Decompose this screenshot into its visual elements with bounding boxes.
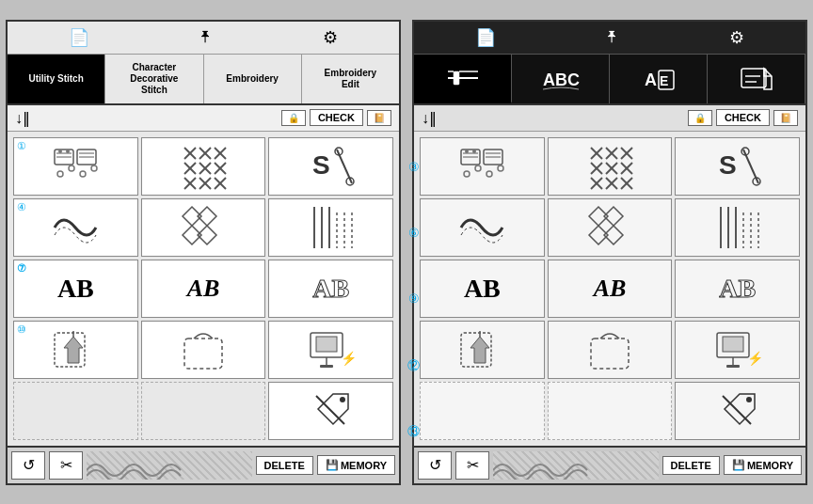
stitch-cell-6[interactable] bbox=[268, 198, 393, 257]
right-lock-button[interactable]: 🔒 bbox=[688, 110, 712, 126]
right-stitch-icon-6 bbox=[713, 203, 762, 252]
book-button[interactable]: 📔 bbox=[367, 110, 391, 126]
right-stitch-cell-5[interactable] bbox=[548, 198, 673, 257]
svg-point-72 bbox=[472, 150, 476, 153]
svg-rect-58 bbox=[454, 71, 459, 85]
document-icon[interactable]: 📄 bbox=[61, 25, 97, 50]
stitch-cell-11[interactable] bbox=[141, 321, 266, 379]
right-letter-ab-italic: AB bbox=[594, 275, 627, 303]
stitch-cell-9[interactable]: AB bbox=[268, 260, 393, 318]
stitch-cell-2[interactable] bbox=[141, 137, 266, 196]
svg-text:⚡: ⚡ bbox=[341, 351, 356, 367]
stitch-cell-1[interactable]: ① bbox=[13, 137, 138, 196]
right-stitch-icon-1 bbox=[457, 142, 506, 191]
stitch-icon-3: S bbox=[307, 142, 356, 191]
right-stitch-cell-9[interactable]: AB bbox=[675, 260, 800, 318]
right-stitch-grid: S bbox=[420, 137, 800, 440]
right-toolbar: ↓‖ 🔒 CHECK 📔 bbox=[414, 105, 805, 132]
undo-button[interactable]: ↺ bbox=[11, 451, 45, 480]
right-check-button[interactable]: CHECK bbox=[716, 109, 770, 126]
right-letter-ab-outline: AB bbox=[719, 274, 756, 304]
stitch-pattern-area bbox=[87, 451, 252, 480]
svg-point-78 bbox=[486, 171, 492, 177]
right-stitch-cell-empty-1 bbox=[420, 382, 545, 440]
right-delete-button[interactable]: DELETE bbox=[662, 456, 720, 475]
tab-embroidery[interactable]: Embroidery bbox=[204, 55, 302, 103]
stitch-cell-10[interactable]: ⑩ bbox=[13, 321, 138, 379]
stitch-cell-5[interactable] bbox=[141, 198, 266, 257]
stitch-icon-13 bbox=[307, 386, 356, 435]
svg-point-3 bbox=[58, 150, 62, 153]
stitch-icon-6 bbox=[307, 203, 356, 252]
right-stitch-cell-8[interactable]: AB bbox=[548, 260, 673, 318]
scissor-button[interactable]: ✂ bbox=[49, 451, 83, 480]
right-stitch-icon-2 bbox=[585, 142, 634, 191]
memory-button[interactable]: 💾 MEMORY bbox=[317, 455, 395, 475]
tab-utility[interactable]: Utility Stitch bbox=[8, 55, 105, 103]
right-stitch-pattern-area bbox=[493, 451, 659, 480]
right-book-button[interactable]: 📔 bbox=[773, 110, 798, 126]
svg-text:A: A bbox=[645, 71, 657, 89]
right-memory-button[interactable]: 💾 MEMORY bbox=[724, 455, 802, 475]
right-scissor-button[interactable]: ✂ bbox=[455, 451, 489, 480]
right-tab-edit[interactable] bbox=[708, 55, 805, 103]
right-stitch-cell-3[interactable]: S bbox=[675, 137, 800, 196]
right-bottom-bar: ↺ ✂ DELETE 💾 MEMORY bbox=[414, 446, 805, 483]
right-stitch-cell-11[interactable] bbox=[548, 321, 673, 379]
tab-character[interactable]: CharacterDecorativeStitch bbox=[105, 55, 203, 103]
right-document-icon[interactable]: 📄 bbox=[468, 25, 503, 50]
svg-rect-49 bbox=[184, 339, 222, 369]
right-stitch-icon-10 bbox=[457, 325, 506, 374]
right-stitch-icon-4 bbox=[457, 203, 506, 252]
right-stitch-cell-10[interactable] bbox=[420, 321, 545, 379]
annotation-3: ③ bbox=[408, 160, 420, 174]
memory-icon: 💾 bbox=[326, 459, 339, 471]
right-stitch-cell-2[interactable] bbox=[548, 137, 673, 196]
right-tab-embroidery[interactable]: A E bbox=[610, 55, 708, 103]
right-memory-icon: 💾 bbox=[732, 459, 745, 471]
right-stitch-lines bbox=[493, 451, 659, 480]
stitch-cell-3[interactable]: S bbox=[268, 137, 393, 196]
tab-embroidery-edit[interactable]: EmbroideryEdit bbox=[302, 55, 399, 103]
settings-icon[interactable]: ⚙ bbox=[315, 25, 345, 50]
stitch-cell-4[interactable]: ④ bbox=[13, 198, 138, 257]
lock-icon: 🔒 bbox=[288, 113, 299, 123]
right-sewing-icon[interactable]: 🖈 bbox=[597, 25, 629, 50]
stitch-cell-13[interactable] bbox=[268, 382, 393, 440]
svg-text:ABC: ABC bbox=[543, 71, 580, 89]
svg-point-9 bbox=[69, 165, 74, 171]
stitch-cell-12[interactable]: ⚡ bbox=[268, 321, 393, 379]
svg-rect-119 bbox=[726, 365, 740, 368]
right-stitch-cell-4[interactable] bbox=[420, 198, 545, 257]
sewing-icon[interactable]: 🖈 bbox=[190, 25, 222, 50]
top-icons-row: 📄 🖈 ⚙ bbox=[8, 22, 399, 55]
right-stitch-cell-7[interactable]: AB bbox=[420, 260, 545, 318]
right-stitch-icon-11 bbox=[585, 325, 634, 374]
svg-rect-51 bbox=[316, 337, 337, 352]
delete-button[interactable]: DELETE bbox=[256, 456, 313, 475]
tab-bar: Utility Stitch CharacterDecorativeStitch… bbox=[8, 55, 399, 105]
right-tab-utility[interactable] bbox=[414, 55, 512, 103]
right-stitch-cell-6[interactable] bbox=[675, 198, 800, 257]
right-undo-button[interactable]: ↺ bbox=[418, 451, 452, 480]
right-stitch-cell-13[interactable] bbox=[675, 382, 800, 440]
lock-button[interactable]: 🔒 bbox=[281, 110, 306, 126]
right-stitch-cell-1[interactable] bbox=[420, 137, 545, 196]
letter-ab-outline: AB bbox=[312, 274, 349, 304]
right-stitch-icon-13 bbox=[713, 386, 762, 435]
stitch-cell-8[interactable]: AB bbox=[141, 260, 266, 318]
stitch-cell-7[interactable]: ⑦ AB bbox=[13, 260, 138, 318]
right-tab-abc[interactable]: ABC bbox=[512, 55, 610, 103]
right-settings-icon[interactable]: ⚙ bbox=[722, 25, 752, 50]
letter-ab-italic: AB bbox=[187, 275, 220, 303]
svg-text:E: E bbox=[660, 73, 668, 88]
check-button[interactable]: CHECK bbox=[310, 109, 363, 126]
right-stitch-cell-12[interactable]: ⚡ bbox=[675, 321, 800, 379]
right-stitch-icon-5 bbox=[585, 203, 634, 252]
svg-rect-65 bbox=[741, 69, 766, 87]
svg-text:S: S bbox=[719, 150, 737, 180]
right-stitch-cell-empty-2 bbox=[548, 382, 673, 440]
svg-text:⚡: ⚡ bbox=[747, 351, 762, 367]
right-feed-icon: ↓‖ bbox=[422, 109, 437, 127]
annotation-9: ⑨ bbox=[408, 291, 420, 306]
